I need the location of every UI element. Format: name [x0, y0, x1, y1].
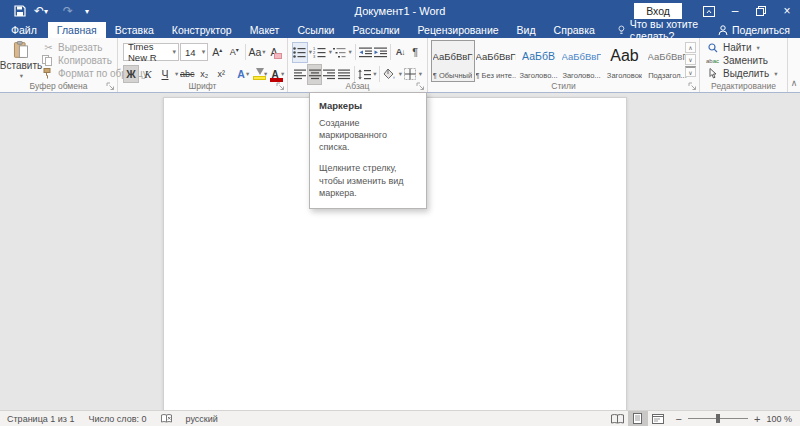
up-arrow-icon: ∧	[688, 44, 692, 51]
tab-references[interactable]: Ссылки	[288, 22, 343, 38]
increase-indent-button[interactable]	[373, 43, 387, 62]
bullets-dropdown-icon[interactable]: ▾	[309, 48, 312, 56]
bullets-icon	[293, 47, 306, 58]
strikethrough-label: abc	[180, 69, 195, 79]
font-family-combo[interactable]: Times New R ▾	[123, 43, 179, 61]
sort-button[interactable]: А↓	[394, 43, 408, 62]
paste-button[interactable]: Вставить ▾	[2, 41, 40, 80]
align-right-icon	[323, 69, 335, 80]
cursor-arrow-icon	[706, 68, 719, 79]
paint-bucket-icon	[383, 68, 396, 80]
sign-in-button[interactable]: Вход	[634, 3, 682, 19]
shrink-font-button[interactable]: А▾	[226, 43, 242, 61]
style-heading1[interactable]: АаБбВ Заголово...	[518, 41, 560, 81]
cut-label: Вырезать	[58, 42, 102, 53]
font-size-combo[interactable]: 14 ▾	[180, 43, 208, 61]
down-arrow-icon: ∨	[688, 56, 692, 63]
tab-insert[interactable]: Вставка	[106, 22, 163, 38]
separator	[379, 66, 380, 82]
save-button[interactable]	[10, 2, 30, 20]
editing-group: Найти ▾ ab ac Заменить Выделить ▾ Редакт…	[700, 38, 788, 92]
borders-dropdown-icon[interactable]: ▾	[419, 70, 422, 78]
tab-help[interactable]: Справка	[545, 22, 604, 38]
style-heading2[interactable]: АаБбВвГ Заголово...	[561, 41, 603, 81]
find-button[interactable]: Найти ▾	[706, 42, 785, 53]
bullets-button[interactable]	[293, 43, 307, 62]
clear-formatting-button[interactable]: А	[266, 43, 282, 61]
tab-layout[interactable]: Макет	[241, 22, 289, 38]
multilevel-list-button[interactable]	[333, 43, 347, 62]
line-spacing-dropdown-icon[interactable]: ▾	[373, 70, 376, 78]
align-left-icon	[294, 69, 306, 80]
zoom-in-button[interactable]: +	[754, 413, 760, 425]
undo-button[interactable]: ↶▾	[34, 2, 54, 20]
show-paragraph-marks-button[interactable]: ¶	[408, 43, 422, 62]
read-mode-button[interactable]	[608, 411, 628, 426]
multilevel-dropdown-icon[interactable]: ▾	[349, 48, 352, 56]
editing-group-label: Редактирование	[700, 81, 787, 91]
zoom-out-button[interactable]: −	[676, 413, 682, 425]
replace-button[interactable]: ab ac Заменить	[706, 55, 785, 66]
web-layout-button[interactable]	[648, 411, 668, 426]
select-label: Выделить	[723, 68, 769, 79]
tab-mailings[interactable]: Рассылки	[343, 22, 408, 38]
tooltip-body-2: Щелкните стрелку, чтобы изменить вид мар…	[319, 162, 417, 198]
collapse-ribbon-button[interactable]: ∧	[788, 38, 800, 92]
ribbon: Вставить ▾ ✂ Вырезать Копировать	[0, 38, 800, 93]
proofing-status[interactable]	[154, 414, 179, 424]
style-title[interactable]: Аab Заголовок	[604, 41, 646, 81]
styles-more-button[interactable]: ∨	[685, 66, 696, 77]
styles-scroll-up-button[interactable]: ∧	[685, 42, 696, 53]
decrease-indent-button[interactable]	[359, 43, 373, 62]
numbering-dropdown-icon[interactable]: ▾	[329, 48, 332, 56]
share-button[interactable]: Поделиться	[718, 22, 800, 38]
tab-file[interactable]: Файл	[0, 22, 48, 38]
style-subtitle[interactable]: АаБбВвГ Подзагол...	[647, 41, 689, 81]
minimize-button[interactable]: –	[722, 0, 748, 22]
underline-dropdown-icon[interactable]: ▾	[175, 70, 178, 78]
down-arrow-icon: ↓	[401, 48, 405, 57]
style-normal[interactable]: АаБбВвГг, ¶ Обычный	[432, 41, 474, 81]
tab-design[interactable]: Конструктор	[163, 22, 241, 38]
tab-review[interactable]: Рецензирование	[409, 22, 508, 38]
close-button[interactable]: ×	[774, 0, 800, 22]
copy-icon	[42, 55, 55, 66]
zoom-slider[interactable]	[688, 418, 748, 419]
print-layout-button[interactable]	[628, 411, 648, 426]
tab-view[interactable]: Вид	[508, 22, 545, 38]
zoom-percentage[interactable]: 100 %	[766, 414, 792, 424]
font-dialog-launcher[interactable]	[276, 82, 285, 91]
customize-qat-button[interactable]: ▾	[82, 2, 92, 20]
undo-dropdown-icon[interactable]: ▾	[44, 7, 54, 16]
page-count[interactable]: Страница 1 из 1	[0, 414, 81, 424]
underline-letter: Ч	[162, 68, 169, 80]
status-bar: Страница 1 из 1 Число слов: 0 русский	[0, 410, 800, 426]
zoom-slider-thumb[interactable]	[716, 414, 720, 423]
restore-button[interactable]	[748, 0, 774, 22]
styles-scroll-down-button[interactable]: ∨	[685, 54, 696, 65]
replace-icon: ab ac	[706, 58, 719, 64]
separator	[245, 44, 246, 60]
find-dropdown-icon: ▾	[757, 44, 760, 52]
collapse-ribbon-icon: ∧	[791, 78, 798, 88]
language-status[interactable]: русский	[179, 414, 225, 424]
tell-me-box[interactable]: Что вы хотите сделать?	[618, 22, 718, 38]
select-button[interactable]: Выделить ▾	[706, 68, 785, 79]
clipboard-dialog-launcher[interactable]	[106, 82, 115, 91]
undo-icon: ↶	[34, 4, 44, 18]
minimize-icon: –	[732, 4, 739, 18]
shading-dropdown-icon[interactable]: ▾	[399, 70, 402, 78]
numbering-button[interactable]: 1 2 3	[313, 43, 327, 62]
paste-dropdown-icon[interactable]: ▾	[20, 72, 23, 80]
format-painter-icon	[42, 68, 55, 79]
tab-home[interactable]: Главная	[48, 22, 106, 38]
pilcrow-icon: ¶	[412, 46, 418, 58]
grow-font-button[interactable]: А▴	[209, 43, 225, 61]
redo-button[interactable]: ↷	[58, 2, 78, 20]
word-count[interactable]: Число слов: 0	[81, 414, 153, 424]
change-case-button[interactable]: Аа▾	[249, 43, 265, 61]
styles-dialog-launcher[interactable]	[688, 82, 697, 91]
replace-icon-bottom: ac	[713, 58, 719, 64]
paragraph-dialog-launcher[interactable]	[416, 82, 425, 91]
style-no-spacing[interactable]: АаБбВвГг, ¶ Без инте...	[475, 41, 517, 81]
